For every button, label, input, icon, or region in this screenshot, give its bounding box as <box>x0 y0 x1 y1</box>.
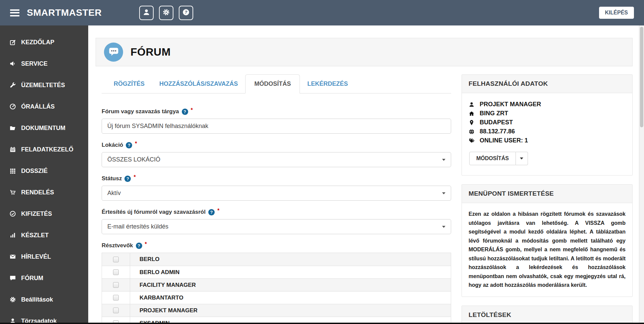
settings-button[interactable] <box>159 6 173 20</box>
field-label-row: Státusz?* <box>102 175 451 182</box>
main-content: FÓRUM RÖGZÍTÉSHOZZÁSZÓLÁS/SZAVAZÁSMÓDOSÍ… <box>88 25 644 324</box>
statusz-select[interactable]: Aktív <box>102 186 451 201</box>
field-label-row: Fórum vagy szavazás tárgya?* <box>102 108 451 115</box>
user-data-row: PROJEKT MANAGER <box>469 100 626 109</box>
tab-hozzaszolas-szavazas[interactable]: HOZZÁSZÓLÁS/SZAVAZÁS <box>152 75 245 93</box>
forum-edit-form: Fórum vagy szavazás tárgya?*Lokáció?*ÖSS… <box>102 108 451 234</box>
user-data-value: PROJEKT MANAGER <box>480 101 541 108</box>
participant-checkbox[interactable] <box>113 257 119 262</box>
user-data-row: BING ZRT <box>469 109 626 118</box>
tab-lekerdezes[interactable]: LEKÉRDEZÉS <box>300 75 355 93</box>
participant-checkbox[interactable] <box>113 269 119 275</box>
participant-name: BERLO <box>130 253 160 266</box>
folder-icon <box>9 125 16 131</box>
ertesites-uj-forumrol-vagy-szavazasrol-select[interactable]: E-mail értesítés küldés <box>102 219 451 234</box>
help-icon[interactable]: ? <box>182 109 188 115</box>
help-icon[interactable]: ? <box>126 142 132 148</box>
gear-icon <box>9 296 16 303</box>
field-group-forum-vagy-szavazas-targya: Fórum vagy szavazás tárgya?* <box>102 108 451 134</box>
sidebar-item-feladatkezelo[interactable]: FELADATKEZELŐ <box>0 139 88 160</box>
sidebar-item-label: DOSSZIÉ <box>21 168 48 175</box>
sidebar-item-dokumentum[interactable]: DOKUMENTUM <box>0 117 88 139</box>
calendar-icon <box>9 146 16 153</box>
tab-modositas[interactable]: MÓDOSÍTÁS <box>245 74 300 93</box>
question-icon: ? <box>182 8 190 17</box>
bar-chart-icon <box>9 232 16 239</box>
user-data-value: ONLINE USER: 1 <box>480 137 528 144</box>
gear-icon <box>162 8 170 17</box>
sidebar-item-label: KEZDŐLAP <box>21 39 54 46</box>
participant-row[interactable]: BERLO <box>102 253 451 266</box>
sidebar-item-rendeles[interactable]: RENDELÉS <box>0 182 88 203</box>
sidebar-item-label: RENDELÉS <box>21 189 54 196</box>
envelope-icon <box>9 253 16 260</box>
lokacio-select[interactable]: ÖSSZES LOKÁCIÓ <box>102 152 451 167</box>
tab-rogzites[interactable]: RÖGZÍTÉS <box>106 75 152 93</box>
sidebar-item-service[interactable]: SERVICE <box>0 53 88 74</box>
sidebar-item-label: SERVICE <box>21 60 48 67</box>
screen-bottom-edge <box>0 323 644 324</box>
tab-bar: RÖGZÍTÉSHOZZÁSZÓLÁS/SZAVAZÁSMÓDOSÍTÁSLEK… <box>102 74 451 93</box>
forum-vagy-szavazas-targya-input[interactable] <box>102 119 451 134</box>
cart-icon <box>9 189 16 196</box>
menu-description-text: Ezen az oldalon a hibásan rögzített fóru… <box>469 210 626 290</box>
select-value: Aktív <box>107 190 121 197</box>
participant-row[interactable]: BERLO ADMIN <box>102 266 451 278</box>
participants-table: BERLOBERLO ADMINFACILITY MANAGERKARBANTA… <box>102 253 451 324</box>
megaphone-icon <box>9 60 16 67</box>
field-label: Lokáció <box>102 142 123 148</box>
sidebar-item-kezdolap[interactable]: KEZDŐLAP <box>0 31 88 53</box>
svg-text:?: ? <box>185 9 187 14</box>
help-icon[interactable]: ? <box>208 209 215 215</box>
user-data-row: BUDAPEST <box>469 118 626 127</box>
field-label: Státusz <box>102 175 122 182</box>
downloads-panel: LETÖLTÉSEK <box>462 306 633 324</box>
modify-dropdown-toggle[interactable] <box>516 152 528 165</box>
sidebar-item-keszlet[interactable]: KÉSZLET <box>0 224 88 246</box>
profile-button[interactable] <box>139 6 154 20</box>
caret-down-icon <box>442 159 445 161</box>
gauge-icon <box>9 103 16 110</box>
scrollbar-thumb[interactable] <box>640 27 643 127</box>
user-data-row: ONLINE USER: 1 <box>469 136 626 145</box>
checkbox-cell <box>102 266 130 278</box>
sidebar-item-oraallas[interactable]: ÓRAÁLLÁS <box>0 96 88 117</box>
sidebar-item-hirlevel[interactable]: HÍRLEVÉL <box>0 246 88 267</box>
header-quick-icons: ? <box>139 6 193 20</box>
checkbox-cell <box>102 304 130 317</box>
sidebar-item-label: FELADATKEZELŐ <box>21 146 73 153</box>
sidebar-item-uzemeltetes[interactable]: ÜZEMELTETÉS <box>0 74 88 96</box>
user-data-value: BING ZRT <box>480 110 508 117</box>
sidebar-item-forum[interactable]: FÓRUM <box>0 267 88 289</box>
help-button[interactable]: ? <box>179 6 193 20</box>
help-icon[interactable]: ? <box>136 243 142 249</box>
page-header: FÓRUM <box>96 38 633 66</box>
modify-button[interactable]: MÓDOSÍTÁS <box>469 152 516 165</box>
sidebar-item-dosszie[interactable]: DOSSZIÉ <box>0 160 88 182</box>
sidebar-item-kifizetes[interactable]: KIFIZETÉS <box>0 203 88 224</box>
participant-name: BERLO ADMIN <box>130 266 179 278</box>
participant-checkbox[interactable] <box>113 282 119 288</box>
comment-icon <box>9 275 16 281</box>
user-icon <box>143 8 150 17</box>
participant-row[interactable]: FACILITY MANAGER <box>102 278 451 291</box>
participant-checkbox[interactable] <box>113 308 119 313</box>
info-sidebar: FELHASZNÁLÓI ADATOK PROJEKT MANAGERBING … <box>462 74 633 324</box>
logout-button[interactable]: KILÉPÉS <box>599 7 634 19</box>
sidebar-item-label: KIFIZETÉS <box>21 210 52 217</box>
participant-row[interactable]: PROJEKT MANAGER <box>102 304 451 317</box>
field-label: Fórum vagy szavazás tárgya <box>102 108 179 115</box>
map-marker-icon <box>469 120 475 126</box>
help-icon[interactable]: ? <box>124 176 131 182</box>
vertical-scrollbar[interactable] <box>639 25 644 323</box>
globe-icon <box>469 129 475 135</box>
user-data-list: PROJEKT MANAGERBING ZRTBUDAPEST88.132.77… <box>462 93 632 152</box>
sidebar-item-beallitasok[interactable]: Beállítások <box>0 289 88 310</box>
menu-description-panel: MENÜPONT ISMERTETÉSE Ezen az oldalon a h… <box>462 184 633 297</box>
hamburger-menu-icon[interactable] <box>10 8 19 18</box>
participant-checkbox[interactable] <box>113 295 119 301</box>
sidebar-item-torzsadatok[interactable]: Törzsadatok <box>0 310 88 324</box>
field-label-row: Lokáció?* <box>102 142 451 148</box>
participant-row[interactable]: KARBANTARTO <box>102 291 451 304</box>
field-label-row: Értesítés új fórumról vagy szavazásról?* <box>102 209 451 215</box>
